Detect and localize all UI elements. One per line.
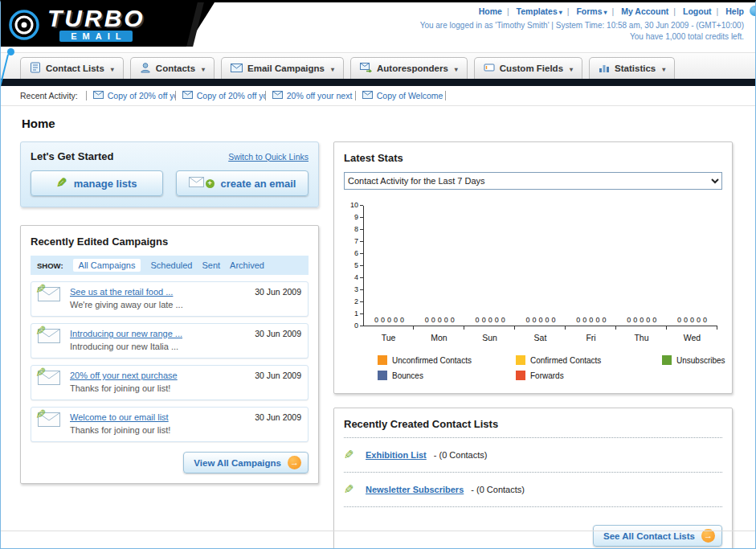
chart-x-label: Mon xyxy=(414,333,464,342)
chart-value-label: 0 xyxy=(539,316,543,324)
recent-activity-item[interactable]: Copy of Welcome to xyxy=(356,91,446,100)
view-all-campaigns-button[interactable]: View All Campaigns xyxy=(183,452,309,473)
contact-list-name-link[interactable]: Exhibition List xyxy=(366,450,427,460)
chevron-down-icon xyxy=(568,64,573,73)
chart-bar-group: 00000 xyxy=(364,316,415,324)
recent-activity-item[interactable]: Copy of 20% off yo xyxy=(176,91,266,100)
chart-y-tick-label: 10 xyxy=(350,202,358,209)
tab-statistics[interactable]: Statistics xyxy=(589,57,675,79)
chart-y-tick-label: 7 xyxy=(354,238,358,245)
recent-activity-item[interactable]: Copy of 20% off yo xyxy=(86,91,176,100)
campaign-date: 30 Jun 2009 xyxy=(255,412,301,422)
logo-primary-text: TURBO xyxy=(47,7,145,30)
legend-swatch xyxy=(516,371,525,380)
chart-x-tick xyxy=(414,326,464,330)
chart-value-label: 0 xyxy=(652,316,656,324)
main-content: Home Let's Get Started Switch to Quick L… xyxy=(1,106,755,549)
chart-y-tick-label: 0 xyxy=(354,322,358,330)
legend-swatch xyxy=(516,355,525,365)
chart-x-label: Thu xyxy=(616,333,667,342)
chart-value-label: 0 xyxy=(394,316,398,324)
tab-autoresponders[interactable]: Autoresponders xyxy=(350,57,468,79)
chart-value-label: 0 xyxy=(387,316,391,324)
chart-bar-group: 00000 xyxy=(465,316,516,324)
header-right: Home Templates Forms My Account Logout H… xyxy=(420,6,744,41)
chart-value-label: 0 xyxy=(703,316,707,324)
campaign-row: 20% off your next purchase Thanks for jo… xyxy=(31,365,309,400)
legend-swatch xyxy=(378,355,387,365)
chart-value-label: 0 xyxy=(595,316,599,324)
left-column: Let's Get Started Switch to Quick Links … xyxy=(20,141,319,484)
chart-value-label: 0 xyxy=(501,316,505,324)
campaigns-panel-title: Recently Edited Campaigns xyxy=(31,236,309,248)
contact-list-count: - (0 Contacts) xyxy=(471,485,525,494)
campaign-title-link[interactable]: See us at the retail food ... xyxy=(70,287,242,297)
chevron-down-icon xyxy=(558,6,562,16)
campaign-subtitle: Thanks for joining our list! xyxy=(70,425,170,435)
legend-item: Unsubscribes xyxy=(662,355,756,365)
chart-value-label: 0 xyxy=(552,316,556,324)
campaign-title-link[interactable]: 20% off your next purchase xyxy=(70,371,242,380)
get-started-panel: Let's Get Started Switch to Quick Links … xyxy=(20,141,319,207)
tab-email-campaigns[interactable]: Email Campaigns xyxy=(221,57,344,79)
chart-value-label: 0 xyxy=(633,316,637,324)
top-nav: Home Templates Forms My Account Logout H… xyxy=(420,6,744,16)
chart-value-label: 0 xyxy=(640,316,644,324)
chart-value-label: 0 xyxy=(684,316,688,324)
chevron-down-icon xyxy=(603,6,607,16)
latest-stats-panel: Latest Stats Contact Activity for the La… xyxy=(333,141,733,394)
campaign-title-link[interactable]: Introducing our new range ... xyxy=(70,329,242,338)
top-link-my-account[interactable]: My Account xyxy=(621,6,680,16)
envelope-icon xyxy=(362,91,373,100)
campaign-date: 30 Jun 2009 xyxy=(255,329,301,338)
chart-value-label: 0 xyxy=(646,316,650,324)
chart-value-label: 0 xyxy=(476,316,480,324)
chart-y-tick-label: 6 xyxy=(354,250,358,257)
legend-item: Bounces xyxy=(378,371,516,380)
top-link-forms[interactable]: Forms xyxy=(576,6,619,16)
stats-period-select[interactable]: Contact Activity for the Last 7 Days xyxy=(344,172,722,190)
legend-item: Unconfirmed Contacts xyxy=(378,355,516,365)
recent-activity-item[interactable]: 20% off your next xyxy=(266,91,356,100)
chart-x-ticks xyxy=(363,326,717,330)
filter-all-campaigns[interactable]: All Campaigns xyxy=(73,259,141,272)
chart-plot-area: 00000000000000000000000000000000000 xyxy=(363,206,717,326)
tab-contact-lists[interactable]: Contact Lists xyxy=(20,57,124,79)
see-all-contact-lists-button[interactable]: See All Contact Lists xyxy=(593,525,722,547)
chart-x-tick xyxy=(616,326,667,330)
contact-list-name-link[interactable]: Newsletter Subscribers xyxy=(366,485,464,494)
chevron-down-icon xyxy=(660,64,665,73)
top-link-home[interactable]: Home xyxy=(479,6,514,16)
logo-secondary-text: EMAIL xyxy=(59,31,133,42)
filter-archived[interactable]: Archived xyxy=(230,260,264,270)
campaign-row: Welcome to our email list Thanks for joi… xyxy=(31,407,309,442)
switch-quick-links-link[interactable]: Switch to Quick Links xyxy=(228,152,309,162)
campaign-date: 30 Jun 2009 xyxy=(255,371,301,380)
top-link-logout[interactable]: Logout xyxy=(683,6,723,16)
filter-scheduled[interactable]: Scheduled xyxy=(150,260,192,270)
campaign-subtitle: Introducing our new Italia ... xyxy=(70,342,178,351)
chart-value-label: 0 xyxy=(451,316,455,324)
manage-lists-button[interactable]: manage lists xyxy=(31,170,163,196)
contact-list-item: Exhibition List - (0 Contacts) xyxy=(344,445,722,465)
chart-value-label: 0 xyxy=(576,316,580,324)
chart-value-label: 0 xyxy=(400,316,404,324)
logo-swirl-icon xyxy=(7,8,41,42)
legend-label: Bounces xyxy=(392,371,423,380)
chevron-down-icon xyxy=(109,64,114,73)
chart-x-label: Sat xyxy=(515,333,566,342)
envelope-icon xyxy=(182,91,193,100)
filter-sent[interactable]: Sent xyxy=(202,260,220,270)
pencil-icon xyxy=(35,323,46,338)
tab-contacts[interactable]: Contacts xyxy=(130,57,215,79)
tab-custom-fields[interactable]: Custom Fields xyxy=(474,57,582,79)
top-link-templates[interactable]: Templates xyxy=(517,6,574,16)
campaign-title-link[interactable]: Welcome to our email list xyxy=(70,412,242,422)
logo-text: TURBO EMAIL xyxy=(47,7,145,42)
top-link-help[interactable]: Help xyxy=(725,6,744,16)
chart-x-axis: TueMonSunSatFriThuWed xyxy=(363,333,717,342)
create-email-button[interactable]: create an email xyxy=(176,170,309,196)
campaign-envelope-icon xyxy=(38,412,62,433)
arrow-right-icon xyxy=(288,456,301,469)
campaign-envelope-icon xyxy=(38,329,62,350)
